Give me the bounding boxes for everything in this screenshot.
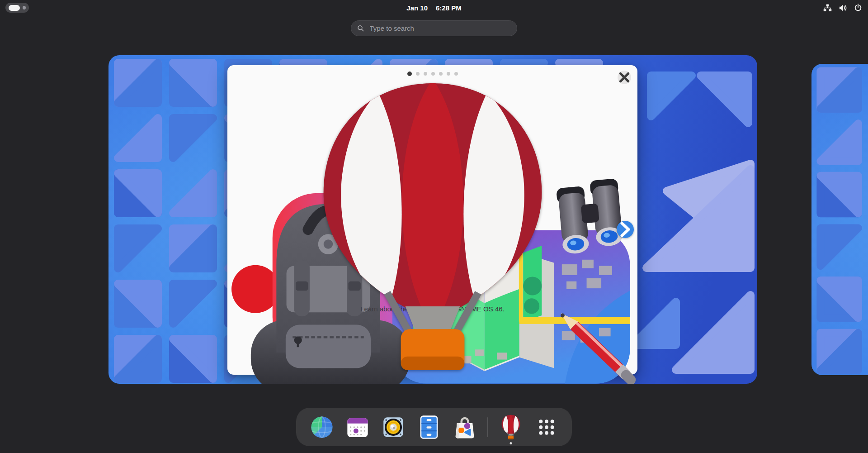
workspace-thumbnail-1[interactable]: Start the Tour Learn about the key featu… [108,55,757,384]
web-globe-icon [309,414,335,440]
volume-icon [839,4,847,12]
dock-app-files[interactable] [416,414,442,440]
calendar-icon [344,414,371,440]
app-grid-icon [533,414,560,440]
dock-app-music[interactable] [380,414,406,440]
dock [296,408,572,446]
hot-air-balloon-icon [498,414,524,440]
tour-window[interactable]: Start the Tour Learn about the key featu… [227,65,637,375]
clock-time: 6:28 PM [436,4,462,12]
search-bar[interactable] [351,20,517,36]
wallpaper [811,64,868,375]
power-icon [854,4,862,12]
system-status-area[interactable] [823,0,862,15]
network-wired-icon [823,4,832,12]
dock-separator [487,417,488,437]
tour-window-app-icon[interactable] [227,74,637,384]
dock-app-tour[interactable] [498,414,524,440]
file-cabinet-icon [416,414,442,440]
running-indicator [509,442,512,444]
workspace-thumbnail-2[interactable] [811,64,868,375]
search-icon [357,24,364,32]
show-apps-button[interactable] [533,414,560,440]
top-bar: Jan 10 6:28 PM [0,0,868,15]
search-input[interactable] [369,24,511,33]
gnome-overview: Jan 10 6:28 PM [0,0,868,453]
speaker-icon [380,414,406,440]
shopping-bag-icon [452,414,478,440]
clock[interactable]: Jan 10 6:28 PM [0,0,868,15]
dock-app-web[interactable] [309,414,335,440]
dock-app-software[interactable] [452,414,478,440]
clock-date: Jan 10 [406,4,428,12]
dock-app-calendar[interactable] [344,414,371,440]
